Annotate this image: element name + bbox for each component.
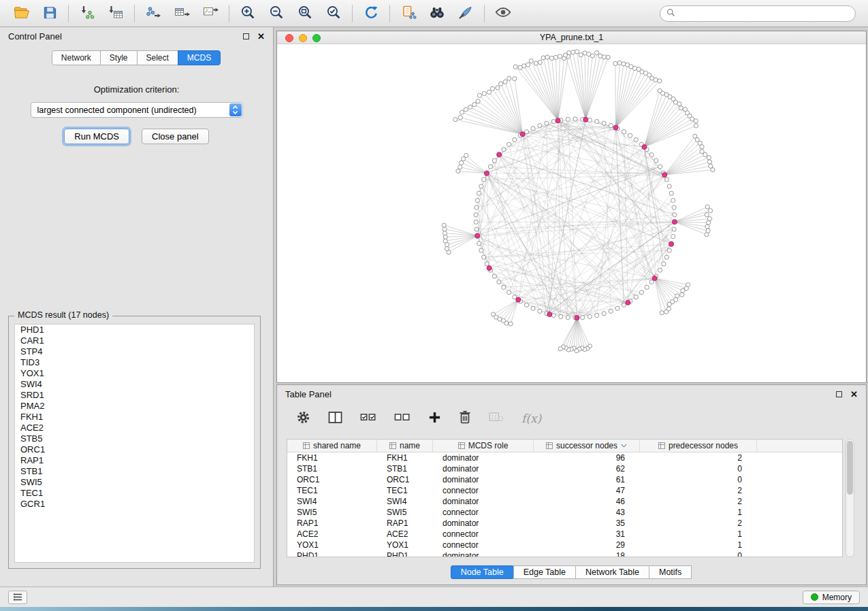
mcds-result-item[interactable]: SWI4	[15, 379, 254, 390]
mcds-result-item[interactable]: STB5	[15, 433, 254, 444]
search-icon	[666, 7, 675, 20]
zoom-fit-button[interactable]	[291, 3, 319, 24]
panel-menu-button[interactable]	[8, 591, 27, 604]
mcds-result-item[interactable]: GCR1	[15, 499, 254, 510]
global-search[interactable]	[660, 5, 856, 22]
window-close-icon[interactable]	[285, 34, 293, 42]
tab-node-table[interactable]: Node Table	[451, 565, 514, 579]
close-panel-icon[interactable]: ✕	[850, 390, 858, 399]
optimization-criterion-select[interactable]: largest connected component (undirected)	[31, 102, 243, 118]
mcds-result-item[interactable]: ORC1	[15, 444, 254, 455]
table-row[interactable]: FKH1FKH1dominator962	[287, 452, 842, 463]
mcds-result-item[interactable]: STP4	[15, 346, 254, 357]
mcds-result-title: MCDS result (17 nodes)	[14, 310, 112, 320]
add-column-button[interactable]	[428, 411, 441, 427]
zoom-out-button[interactable]	[262, 3, 291, 24]
show-hide-button[interactable]	[489, 3, 517, 24]
table-row[interactable]: ACE2ACE2connector311	[287, 529, 842, 540]
mcds-result-item[interactable]: TEC1	[15, 488, 254, 499]
import-table-button[interactable]	[101, 3, 130, 24]
table-scrollbar-thumb[interactable]	[847, 441, 853, 495]
column-label: name	[400, 441, 420, 450]
network-window-title: YPA_prune.txt_1	[540, 33, 604, 42]
network-graph[interactable]	[277, 44, 866, 382]
mcds-result-item[interactable]: YOX1	[15, 368, 254, 379]
mcds-result-item[interactable]: STB1	[15, 466, 254, 477]
tab-select[interactable]: Select	[137, 50, 178, 65]
table-scrollbar[interactable]	[846, 439, 854, 557]
run-mcds-button[interactable]: Run MCDS	[64, 129, 129, 144]
node-table: shared namenameMCDS rolesuccessor nodesp…	[287, 439, 843, 557]
control-tabs: NetworkStyleSelectMCDS	[0, 50, 273, 65]
column-label: predecessor nodes	[669, 441, 738, 450]
column-header-MCDS-role[interactable]: MCDS role	[433, 440, 534, 452]
search-network-button[interactable]	[423, 3, 451, 24]
table-cell: 18	[534, 551, 640, 557]
table-cell: connector	[433, 540, 534, 550]
zoom-selected-button[interactable]	[319, 3, 348, 24]
import-network-button[interactable]	[73, 3, 101, 24]
table-cell: PHD1	[287, 551, 377, 557]
mcds-result-item[interactable]: CAR1	[15, 335, 254, 346]
network-canvas[interactable]	[277, 44, 866, 382]
delete-table-button-disabled[interactable]	[489, 412, 504, 425]
close-panel-button[interactable]: Close panel	[142, 129, 209, 144]
tab-mcds[interactable]: MCDS	[178, 50, 221, 65]
gear-icon	[296, 410, 310, 427]
window-minimize-icon[interactable]	[299, 34, 307, 42]
column-header-name[interactable]: name	[377, 440, 433, 452]
table-cell: connector	[433, 508, 534, 517]
memory-button[interactable]: Memory	[803, 591, 860, 604]
export-image-button[interactable]	[196, 3, 225, 24]
mcds-result-item[interactable]: PMA2	[15, 401, 254, 412]
mcds-result-item[interactable]: ACE2	[15, 423, 254, 433]
table-row[interactable]: SWI4SWI4dominator462	[287, 496, 842, 507]
mcds-result-item[interactable]: SRD1	[15, 390, 254, 401]
table-cell: connector	[433, 529, 534, 539]
float-panel-icon[interactable]	[836, 391, 842, 397]
tab-network[interactable]: Network	[52, 50, 101, 65]
save-session-button[interactable]	[35, 3, 64, 24]
show-columns-button[interactable]	[328, 411, 342, 427]
deselect-all-button[interactable]	[394, 412, 411, 426]
search-input[interactable]	[679, 9, 849, 18]
tab-edge-table[interactable]: Edge Table	[513, 565, 576, 579]
tab-network-table[interactable]: Network Table	[575, 565, 649, 579]
filter-brush-button[interactable]	[451, 3, 480, 24]
tab-style[interactable]: Style	[100, 50, 138, 65]
table-row[interactable]: TEC1TEC1connector472	[287, 485, 842, 496]
mcds-result-item[interactable]: SWI5	[15, 477, 254, 488]
network-window-titlebar[interactable]: YPA_prune.txt_1	[277, 31, 866, 44]
clone-network-button[interactable]	[394, 3, 423, 24]
table-row[interactable]: SWI5SWI5connector431	[287, 507, 842, 518]
mcds-result-item[interactable]: FKH1	[15, 412, 254, 423]
table-settings-button[interactable]	[296, 410, 310, 427]
column-header-shared-name[interactable]: shared name	[287, 440, 377, 452]
table-row[interactable]: STB1STB1dominator620	[287, 463, 842, 474]
table-row[interactable]: RAP1RAP1dominator352	[287, 518, 842, 529]
mcds-result-list[interactable]: PHD1CAR1STP4TID3YOX1SWI4SRD1PMA2FKH1ACE2…	[14, 324, 255, 563]
delete-column-button[interactable]	[459, 410, 471, 427]
column-header-successor-nodes[interactable]: successor nodes	[534, 440, 640, 452]
table-cell: TEC1	[287, 486, 377, 495]
table-row[interactable]: PHD1PHD1dominator180	[287, 550, 842, 557]
zoom-in-button[interactable]	[234, 3, 262, 24]
select-all-button[interactable]	[360, 412, 376, 426]
float-panel-icon[interactable]	[243, 33, 249, 39]
mcds-result-item[interactable]: TID3	[15, 357, 254, 368]
mcds-result-item[interactable]: PHD1	[15, 325, 254, 335]
open-file-button[interactable]	[7, 3, 35, 24]
table-cell: 46	[534, 497, 640, 506]
export-network-button[interactable]	[139, 3, 167, 24]
tab-motifs[interactable]: Motifs	[649, 565, 692, 579]
table-cell: ACE2	[377, 529, 433, 539]
window-maximize-icon[interactable]	[312, 34, 321, 42]
export-table-button[interactable]	[167, 3, 196, 24]
refresh-button[interactable]	[357, 3, 385, 24]
function-builder-button[interactable]: f(x)	[521, 412, 541, 425]
column-header-predecessor-nodes[interactable]: predecessor nodes	[640, 440, 757, 452]
close-panel-icon[interactable]: ✕	[257, 32, 265, 41]
table-row[interactable]: YOX1YOX1connector291	[287, 540, 842, 550]
table-row[interactable]: ORC1ORC1dominator610	[287, 474, 842, 485]
mcds-result-item[interactable]: RAP1	[15, 455, 254, 466]
